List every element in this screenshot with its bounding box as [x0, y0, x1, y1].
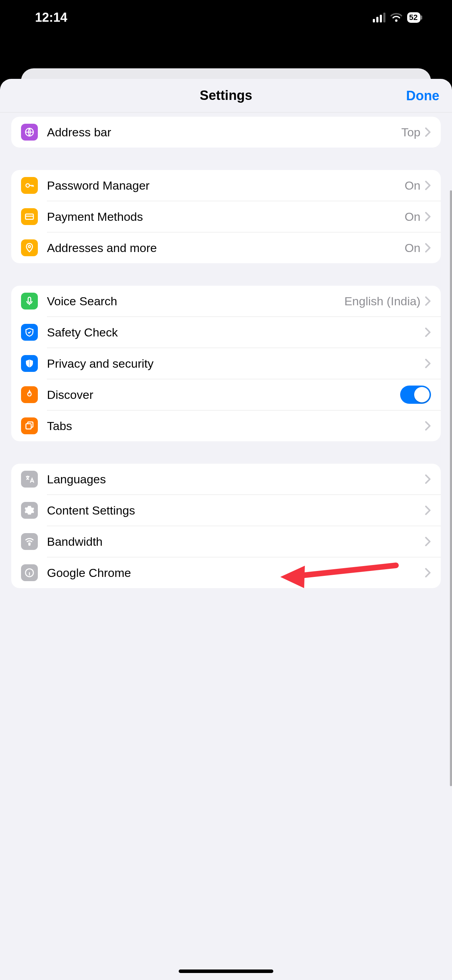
row-label: Tabs: [47, 419, 425, 433]
row-value: English (India): [344, 294, 420, 308]
settings-group-advanced: Languages Content Settings Bandwidth: [11, 464, 441, 588]
row-value: On: [405, 179, 420, 192]
row-label: Password Manager: [47, 179, 405, 192]
row-languages[interactable]: Languages: [11, 464, 441, 495]
status-indicators: 52: [373, 12, 420, 23]
row-label: Google Chrome: [47, 566, 425, 580]
chevron-right-icon: [425, 537, 431, 546]
nav-bar: Settings Done: [0, 79, 452, 113]
row-tabs[interactable]: Tabs: [11, 410, 441, 441]
shield-check-icon: [21, 324, 38, 341]
row-label: Languages: [47, 473, 425, 486]
row-voice-search[interactable]: Voice Search English (India): [11, 286, 441, 317]
settings-group-privacy: Voice Search English (India) Safety Chec…: [11, 286, 441, 441]
chevron-right-icon: [425, 359, 431, 368]
wifi-icon: [21, 533, 38, 550]
globe-icon: [21, 124, 38, 140]
chevron-right-icon: [425, 421, 431, 431]
battery-indicator: 52: [407, 12, 420, 23]
svg-point-1: [26, 184, 29, 187]
svg-point-3: [29, 245, 30, 247]
settings-group-autofill: Password Manager On Payment Methods On A…: [11, 170, 441, 263]
row-google-chrome[interactable]: Google Chrome: [11, 557, 441, 588]
settings-sheet: Settings Done Address bar Top Password M…: [0, 79, 452, 980]
chevron-right-icon: [425, 180, 431, 190]
row-payment-methods[interactable]: Payment Methods On: [11, 201, 441, 232]
row-addresses-more[interactable]: Addresses and more On: [11, 232, 441, 263]
mic-icon: [21, 293, 38, 310]
home-indicator[interactable]: [179, 969, 273, 973]
chevron-right-icon: [425, 212, 431, 221]
page-title: Settings: [200, 88, 252, 103]
row-address-bar[interactable]: Address bar Top: [11, 117, 441, 148]
battery-level: 52: [409, 13, 418, 22]
row-label: Safety Check: [47, 326, 425, 339]
svg-rect-4: [28, 297, 31, 302]
row-bandwidth[interactable]: Bandwidth: [11, 526, 441, 557]
status-time: 12:14: [35, 10, 67, 25]
row-label: Bandwidth: [47, 535, 425, 549]
pin-icon: [21, 239, 38, 256]
chevron-right-icon: [425, 568, 431, 578]
done-button[interactable]: Done: [406, 88, 439, 103]
row-label: Payment Methods: [47, 210, 405, 224]
chevron-right-icon: [425, 127, 431, 137]
row-label: Voice Search: [47, 294, 344, 308]
row-password-manager[interactable]: Password Manager On: [11, 170, 441, 201]
row-value: On: [405, 241, 420, 255]
cellular-icon: [373, 13, 385, 22]
row-label: Addresses and more: [47, 241, 405, 255]
row-safety-check[interactable]: Safety Check: [11, 317, 441, 348]
gear-icon: [21, 502, 38, 519]
card-icon: [21, 208, 38, 225]
settings-content: Address bar Top Password Manager On Paym…: [0, 113, 452, 632]
svg-rect-5: [26, 424, 31, 429]
status-bar: 12:14 52: [0, 0, 452, 35]
discover-toggle[interactable]: [400, 385, 431, 404]
row-content-settings[interactable]: Content Settings: [11, 495, 441, 526]
settings-group-general: Address bar Top: [11, 117, 441, 148]
row-discover[interactable]: Discover: [11, 379, 441, 410]
svg-point-6: [29, 544, 30, 546]
row-label: Content Settings: [47, 504, 425, 517]
chevron-right-icon: [425, 328, 431, 337]
tabs-icon: [21, 417, 38, 434]
scroll-indicator: [450, 190, 452, 786]
key-icon: [21, 177, 38, 194]
info-icon: [21, 564, 38, 581]
row-label: Address bar: [47, 126, 401, 139]
chevron-right-icon: [425, 243, 431, 253]
flame-icon: [21, 386, 38, 403]
chevron-right-icon: [425, 296, 431, 306]
row-value: Top: [401, 126, 420, 139]
translate-icon: [21, 471, 38, 488]
row-label: Privacy and security: [47, 357, 425, 371]
shield-icon: [21, 355, 38, 372]
chevron-right-icon: [425, 474, 431, 484]
row-value: On: [405, 210, 420, 224]
chevron-right-icon: [425, 506, 431, 515]
wifi-icon: [390, 13, 402, 22]
row-label: Discover: [47, 388, 400, 402]
row-privacy-security[interactable]: Privacy and security: [11, 348, 441, 379]
